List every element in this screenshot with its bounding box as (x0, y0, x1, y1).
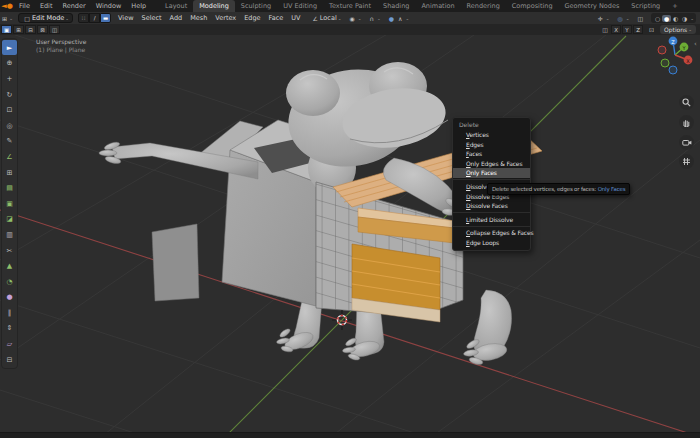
select-op-intersect-button[interactable]: ◫ (49, 25, 60, 34)
inset-faces-tool-button[interactable]: ▣ (2, 196, 17, 211)
transform-orientation-dropdown[interactable]: ∠ Local ⌄ (310, 14, 341, 22)
proportional-edit-group[interactable]: ● ∧⌄ (387, 15, 409, 22)
select-op-set-button[interactable]: ▣ (1, 25, 12, 34)
cursor-tool-button[interactable]: ⊕ (2, 56, 17, 71)
sidebar-collapse-arrow[interactable]: ‹ (694, 40, 697, 48)
smooth-tool-button[interactable]: ● (2, 290, 17, 305)
wireframe-shading-button[interactable]: ○ (653, 15, 662, 22)
menu-add[interactable]: Add (166, 14, 187, 22)
tab-uv-editing[interactable]: UV Editing (277, 0, 323, 12)
camera-view-button[interactable] (679, 135, 694, 150)
navigation-gizmo[interactable]: Z Y X (658, 37, 692, 74)
menu-vertex[interactable]: Vertex (211, 14, 240, 22)
select-op-invert-button[interactable]: ⊠ (37, 25, 48, 34)
transform-tool-button[interactable]: ◎ (2, 118, 17, 133)
menu-item-vertices[interactable]: Vertices (453, 130, 530, 140)
blender-logo-icon[interactable]: ◄● (0, 2, 14, 10)
bevel-tool-button[interactable]: ◪ (2, 212, 17, 227)
menu-edit[interactable]: Edit (35, 0, 58, 12)
solid-shading-button[interactable]: ● (662, 15, 671, 22)
menu-file[interactable]: File (14, 0, 35, 12)
pivot-point-dropdown[interactable]: ◉⌄ (348, 15, 362, 22)
show-overlays-dropdown[interactable]: ◎⌄ (616, 15, 630, 22)
tab-sculpting[interactable]: Sculpting (235, 0, 277, 12)
menu-face[interactable]: Face (265, 14, 288, 22)
select-mode-buttons: ∷ ∕ ▬ (78, 13, 111, 23)
xray-toggle[interactable]: ◫ (636, 15, 646, 22)
spin-tool-button[interactable]: ◔ (2, 274, 17, 289)
knife-tool-button[interactable]: ✂ (2, 243, 17, 258)
scale-tool-button[interactable]: ⊡ (2, 103, 17, 118)
options-dropdown[interactable]: Options ⌄ (660, 25, 696, 34)
mirror-y-toggle[interactable]: Y (622, 25, 632, 34)
shrink-fatten-tool-button[interactable]: ⇕ (2, 321, 17, 336)
tab-shading[interactable]: Shading (377, 0, 415, 12)
editor-type-caret-icon[interactable]: ⌄ (9, 15, 16, 21)
tweak-tool-button[interactable]: ► (2, 40, 17, 55)
show-gizmo-dropdown[interactable]: ✛⌄ (596, 15, 610, 22)
menu-item-edge-loops[interactable]: Edge Loops (453, 238, 530, 248)
poly-build-tool-button[interactable]: ▲ (2, 259, 17, 274)
editor-type-icon[interactable]: ⊞ (0, 15, 9, 22)
tooltip-highlight: Only Faces (598, 186, 626, 192)
rotate-tool-button[interactable]: ↻ (2, 87, 17, 102)
rendered-shading-button[interactable]: ◑ (680, 15, 689, 22)
mode-selector[interactable]: □ Edit Mode ⌄ (18, 13, 73, 23)
material-shading-button[interactable]: ◐ (671, 15, 680, 22)
topbar: ◄● File Edit Render Window Help Layout M… (0, 0, 700, 12)
menu-select[interactable]: Select (138, 14, 166, 22)
pan-hand-button[interactable] (679, 115, 694, 130)
menu-item-only-faces[interactable]: Only Faces (453, 168, 530, 178)
gizmo-minus-y-axis[interactable] (661, 59, 669, 67)
proportional-edit-icon[interactable]: ● (387, 15, 396, 22)
menu-uv[interactable]: UV (287, 14, 304, 22)
tab-rendering[interactable]: Rendering (461, 0, 506, 12)
menu-view[interactable]: View (114, 14, 137, 22)
menu-render[interactable]: Render (57, 0, 90, 12)
falloff-icon[interactable]: ∧ (396, 15, 404, 22)
select-op-extend-button[interactable]: ⊞ (13, 25, 24, 34)
edge-select-button[interactable]: ∕ (89, 13, 100, 23)
mirror-z-toggle[interactable]: Z (633, 25, 643, 34)
tab-texture-paint[interactable]: Texture Paint (323, 0, 377, 12)
zoom-button[interactable] (679, 95, 694, 110)
menu-edge[interactable]: Edge (240, 14, 264, 22)
menu-help[interactable]: Help (126, 0, 151, 12)
face-select-button[interactable]: ▬ (100, 13, 111, 23)
move-tool-button[interactable]: + (2, 71, 17, 86)
menu-item-collapse-edges-faces[interactable]: Collapse Edges & Faces (453, 228, 530, 238)
shear-tool-button[interactable]: ▱ (2, 337, 17, 352)
gizmo-minus-x-axis[interactable] (658, 46, 666, 54)
tab-scripting[interactable]: Scripting (625, 0, 666, 12)
snap-base-icon[interactable]: ⊡ (647, 26, 656, 33)
menu-mesh[interactable]: Mesh (186, 14, 211, 22)
tab-modeling[interactable]: Modeling (193, 0, 235, 12)
menu-window[interactable]: Window (91, 0, 127, 12)
menu-item-faces[interactable]: Faces (453, 149, 530, 159)
tab-animation[interactable]: Animation (415, 0, 460, 12)
menu-item-only-edges-faces[interactable]: Only Edges & Faces (453, 159, 530, 169)
add-workspace-button[interactable]: + (666, 0, 683, 12)
tab-geometry-nodes[interactable]: Geometry Nodes (559, 0, 626, 12)
menu-item-limited-dissolve[interactable]: Limited Dissolve (453, 215, 530, 225)
tab-layout[interactable]: Layout (159, 0, 193, 12)
edge-slide-tool-button[interactable]: ∥ (2, 305, 17, 320)
gizmo-minus-z-axis[interactable] (669, 66, 677, 74)
measure-tool-button[interactable]: ∠ (2, 149, 17, 164)
vertex-select-button[interactable]: ∷ (78, 13, 89, 23)
tab-compositing[interactable]: Compositing (506, 0, 559, 12)
extrude-tool-button[interactable]: ▤ (2, 181, 17, 196)
viewport-3d[interactable]: Z Y X User Perspective (1) Plane | Plane… (0, 35, 700, 432)
mirror-x-toggle[interactable]: X (611, 25, 621, 34)
menu-item-edges[interactable]: Edges (453, 140, 530, 150)
rip-region-tool-button[interactable]: ⊟ (2, 352, 17, 367)
annotate-tool-button[interactable]: ✎ (2, 134, 17, 149)
loop-cut-tool-button[interactable]: ▥ (2, 227, 17, 242)
toggle-perspective-button[interactable] (679, 154, 694, 169)
snap-dropdown[interactable]: ∩⌄ (368, 15, 381, 22)
shading-caret-icon[interactable]: ⌄ (690, 16, 694, 21)
add-cube-tool-button[interactable]: ⊞ (2, 165, 17, 180)
mirror-icon[interactable]: ◫ (600, 26, 610, 33)
menu-item-dissolve-faces[interactable]: Dissolve Faces (453, 201, 530, 211)
select-op-subtract-button[interactable]: ⊟ (25, 25, 36, 34)
